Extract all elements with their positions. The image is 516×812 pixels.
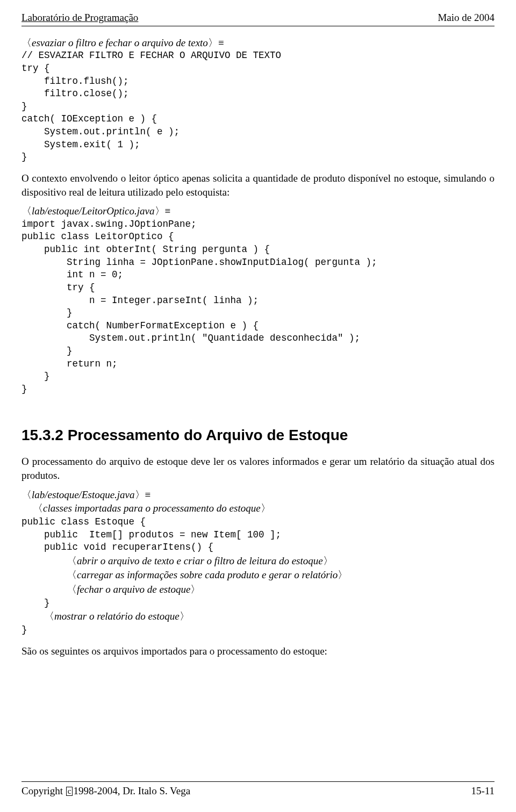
chunk-ref-line: 〈carregar as informações sobre cada prod… xyxy=(22,568,494,583)
page-header: Laboratório de Programação Maio de 2004 xyxy=(22,11,494,26)
header-right: Maio de 2004 xyxy=(438,11,494,25)
section-number: 15.3.2 xyxy=(22,427,63,443)
paragraph-1: O contexto envolvendo o leitor óptico ap… xyxy=(22,171,494,199)
chunk-ref-line: 〈fechar o arquivo de estoque〉 xyxy=(22,583,494,597)
paragraph-3: São os seguintes os arquivos importados … xyxy=(22,644,494,658)
code-line: } xyxy=(22,597,494,610)
copyright-c-icon: c xyxy=(66,787,73,796)
chunk-label-line: 〈esvaziar o filtro e fechar o arquivo de… xyxy=(22,36,494,50)
header-left: Laboratório de Programação xyxy=(22,11,138,25)
chunk-estoque-java: 〈lab/estoque/Estoque.java〉≡ 〈classes imp… xyxy=(22,488,494,637)
chunk-label-line: 〈lab/estoque/Estoque.java〉≡ xyxy=(22,488,494,502)
chunk-leitor-optico: 〈lab/estoque/LeitorOptico.java〉≡ import … xyxy=(22,204,494,396)
code-line: public class Estoque { xyxy=(22,516,494,529)
page-number: 15-11 xyxy=(471,784,494,798)
chunk-ref-line: 〈mostrar o relatório do estoque〉 xyxy=(22,609,494,624)
copyright: Copyright c1998-2004, Dr. Italo S. Vega xyxy=(22,784,190,798)
chunk-ref-line: 〈classes importadas para o processamento… xyxy=(22,501,494,516)
section-title: Processamento do Arquivo de Estoque xyxy=(68,427,348,443)
code-line: public void recuperarItens() { xyxy=(22,541,494,554)
section-heading: 15.3.2 Processamento do Arquivo de Estoq… xyxy=(22,425,494,445)
code-line: } xyxy=(22,624,494,637)
code-block-1: // ESVAZIAR FILTRO E FECHAR O ARQUIVO DE… xyxy=(22,49,494,164)
code-line: public Item[] produtos = new Item[ 100 ]… xyxy=(22,529,494,542)
code-block-2: import javax.swing.JOptionPane; public c… xyxy=(22,218,494,396)
chunk-esvaziar-filtro: 〈esvaziar o filtro e fechar o arquivo de… xyxy=(22,36,494,164)
page-footer: Copyright c1998-2004, Dr. Italo S. Vega … xyxy=(22,781,494,798)
paragraph-2: O processamento do arquivo de estoque de… xyxy=(22,455,494,482)
chunk-ref-line: 〈abrir o arquivo de texto e criar o filt… xyxy=(22,554,494,569)
chunk-label-line: 〈lab/estoque/LeitorOptico.java〉≡ xyxy=(22,204,494,218)
